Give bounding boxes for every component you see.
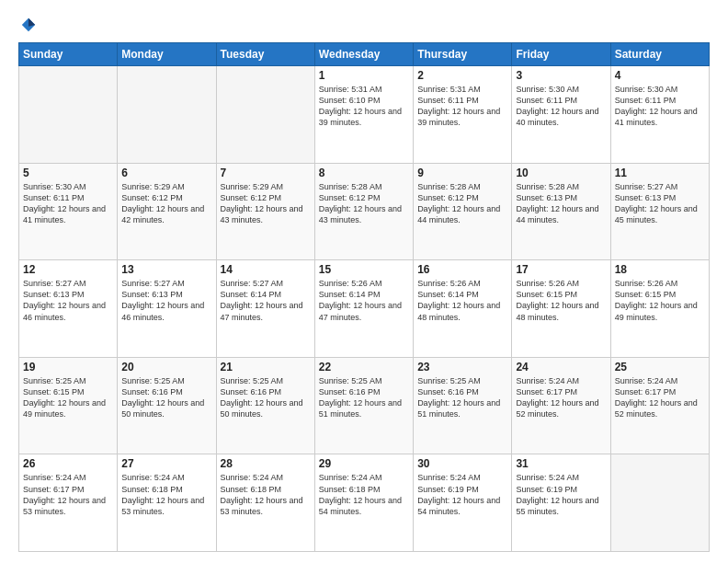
day-number: 17 [516, 263, 606, 276]
cell-info: Sunrise: 5:24 AM Sunset: 6:17 PM Dayligh… [615, 375, 705, 420]
week-row-0: 1Sunrise: 5:31 AM Sunset: 6:10 PM Daylig… [19, 66, 710, 164]
cell-info: Sunrise: 5:25 AM Sunset: 6:15 PM Dayligh… [23, 375, 113, 420]
cell-info: Sunrise: 5:27 AM Sunset: 6:13 PM Dayligh… [121, 278, 211, 323]
calendar-cell: 18Sunrise: 5:26 AM Sunset: 6:15 PM Dayli… [610, 260, 709, 358]
calendar-cell: 31Sunrise: 5:24 AM Sunset: 6:19 PM Dayli… [512, 454, 610, 552]
cell-info: Sunrise: 5:29 AM Sunset: 6:12 PM Dayligh… [221, 181, 311, 226]
calendar-cell: 19Sunrise: 5:25 AM Sunset: 6:15 PM Dayli… [19, 357, 118, 454]
day-number: 4 [615, 69, 705, 82]
calendar-cell: 22Sunrise: 5:25 AM Sunset: 6:16 PM Dayli… [314, 357, 413, 454]
week-row-1: 5Sunrise: 5:30 AM Sunset: 6:11 PM Daylig… [19, 163, 710, 260]
calendar-cell: 5Sunrise: 5:30 AM Sunset: 6:11 PM Daylig… [19, 163, 118, 260]
calendar-cell: 8Sunrise: 5:28 AM Sunset: 6:12 PM Daylig… [314, 163, 413, 260]
calendar-cell: 26Sunrise: 5:24 AM Sunset: 6:17 PM Dayli… [19, 454, 118, 552]
cell-info: Sunrise: 5:24 AM Sunset: 6:18 PM Dayligh… [121, 472, 211, 517]
day-number: 24 [516, 361, 606, 373]
calendar-cell: 6Sunrise: 5:29 AM Sunset: 6:12 PM Daylig… [118, 163, 216, 260]
days-header-row: SundayMondayTuesdayWednesdayThursdayFrid… [19, 43, 710, 66]
cell-info: Sunrise: 5:30 AM Sunset: 6:11 PM Dayligh… [516, 84, 606, 129]
day-number: 9 [417, 167, 507, 179]
cell-info: Sunrise: 5:24 AM Sunset: 6:19 PM Dayligh… [417, 472, 507, 517]
day-number: 14 [221, 263, 311, 276]
cell-info: Sunrise: 5:31 AM Sunset: 6:11 PM Dayligh… [417, 84, 507, 129]
calendar-cell: 24Sunrise: 5:24 AM Sunset: 6:17 PM Dayli… [512, 357, 610, 454]
day-number: 26 [23, 457, 113, 470]
day-number: 2 [417, 69, 507, 82]
cell-info: Sunrise: 5:29 AM Sunset: 6:12 PM Dayligh… [121, 181, 211, 226]
day-number: 21 [221, 361, 311, 373]
week-row-2: 12Sunrise: 5:27 AM Sunset: 6:13 PM Dayli… [19, 260, 710, 358]
cell-info: Sunrise: 5:24 AM Sunset: 6:17 PM Dayligh… [23, 472, 113, 517]
calendar-cell [118, 66, 216, 164]
day-number: 6 [121, 167, 211, 179]
day-header-wednesday: Wednesday [314, 43, 413, 66]
calendar-cell: 2Sunrise: 5:31 AM Sunset: 6:11 PM Daylig… [414, 66, 512, 164]
cell-info: Sunrise: 5:26 AM Sunset: 6:15 PM Dayligh… [615, 278, 705, 323]
calendar-cell: 23Sunrise: 5:25 AM Sunset: 6:16 PM Dayli… [414, 357, 512, 454]
day-number: 19 [23, 361, 113, 373]
cell-info: Sunrise: 5:25 AM Sunset: 6:16 PM Dayligh… [121, 375, 211, 420]
cell-info: Sunrise: 5:24 AM Sunset: 6:18 PM Dayligh… [319, 472, 409, 517]
day-number: 3 [516, 69, 606, 82]
day-header-thursday: Thursday [414, 43, 512, 66]
calendar-cell: 7Sunrise: 5:29 AM Sunset: 6:12 PM Daylig… [216, 163, 314, 260]
calendar-cell: 29Sunrise: 5:24 AM Sunset: 6:18 PM Dayli… [314, 454, 413, 552]
calendar-cell: 17Sunrise: 5:26 AM Sunset: 6:15 PM Dayli… [512, 260, 610, 358]
day-number: 28 [221, 457, 311, 470]
cell-info: Sunrise: 5:24 AM Sunset: 6:17 PM Dayligh… [516, 375, 606, 420]
calendar-cell: 4Sunrise: 5:30 AM Sunset: 6:11 PM Daylig… [610, 66, 709, 164]
day-number: 31 [516, 457, 606, 470]
week-row-3: 19Sunrise: 5:25 AM Sunset: 6:15 PM Dayli… [19, 357, 710, 454]
calendar-cell: 16Sunrise: 5:26 AM Sunset: 6:14 PM Dayli… [414, 260, 512, 358]
calendar-cell [610, 454, 709, 552]
calendar-cell: 1Sunrise: 5:31 AM Sunset: 6:10 PM Daylig… [314, 66, 413, 164]
calendar-cell: 30Sunrise: 5:24 AM Sunset: 6:19 PM Dayli… [414, 454, 512, 552]
day-number: 13 [121, 263, 211, 276]
calendar-cell [19, 66, 118, 164]
cell-info: Sunrise: 5:28 AM Sunset: 6:13 PM Dayligh… [516, 181, 606, 226]
day-number: 18 [615, 263, 705, 276]
calendar-cell: 15Sunrise: 5:26 AM Sunset: 6:14 PM Dayli… [314, 260, 413, 358]
header [18, 17, 710, 33]
calendar-cell: 12Sunrise: 5:27 AM Sunset: 6:13 PM Dayli… [19, 260, 118, 358]
day-number: 7 [221, 167, 311, 179]
calendar-table: SundayMondayTuesdayWednesdayThursdayFrid… [18, 42, 710, 552]
calendar-cell: 9Sunrise: 5:28 AM Sunset: 6:12 PM Daylig… [414, 163, 512, 260]
calendar-cell: 28Sunrise: 5:24 AM Sunset: 6:18 PM Dayli… [216, 454, 314, 552]
calendar-cell: 10Sunrise: 5:28 AM Sunset: 6:13 PM Dayli… [512, 163, 610, 260]
cell-info: Sunrise: 5:26 AM Sunset: 6:14 PM Dayligh… [417, 278, 507, 323]
calendar-cell: 3Sunrise: 5:30 AM Sunset: 6:11 PM Daylig… [512, 66, 610, 164]
calendar-cell: 14Sunrise: 5:27 AM Sunset: 6:14 PM Dayli… [216, 260, 314, 358]
day-number: 11 [615, 167, 705, 179]
day-number: 10 [516, 167, 606, 179]
day-number: 5 [23, 167, 113, 179]
day-number: 30 [417, 457, 507, 470]
cell-info: Sunrise: 5:28 AM Sunset: 6:12 PM Dayligh… [319, 181, 409, 226]
day-number: 22 [319, 361, 409, 373]
calendar-cell: 25Sunrise: 5:24 AM Sunset: 6:17 PM Dayli… [610, 357, 709, 454]
day-number: 12 [23, 263, 113, 276]
day-header-saturday: Saturday [610, 43, 709, 66]
cell-info: Sunrise: 5:25 AM Sunset: 6:16 PM Dayligh… [319, 375, 409, 420]
cell-info: Sunrise: 5:27 AM Sunset: 6:13 PM Dayligh… [615, 181, 705, 226]
day-number: 27 [121, 457, 211, 470]
calendar-cell: 20Sunrise: 5:25 AM Sunset: 6:16 PM Dayli… [118, 357, 216, 454]
logo-icon [20, 17, 37, 33]
cell-info: Sunrise: 5:31 AM Sunset: 6:10 PM Dayligh… [319, 84, 409, 129]
calendar-cell: 21Sunrise: 5:25 AM Sunset: 6:16 PM Dayli… [216, 357, 314, 454]
calendar-cell [216, 66, 314, 164]
calendar-cell: 13Sunrise: 5:27 AM Sunset: 6:13 PM Dayli… [118, 260, 216, 358]
cell-info: Sunrise: 5:27 AM Sunset: 6:13 PM Dayligh… [23, 278, 113, 323]
day-header-sunday: Sunday [19, 43, 118, 66]
cell-info: Sunrise: 5:25 AM Sunset: 6:16 PM Dayligh… [221, 375, 311, 420]
cell-info: Sunrise: 5:30 AM Sunset: 6:11 PM Dayligh… [615, 84, 705, 129]
cell-info: Sunrise: 5:26 AM Sunset: 6:14 PM Dayligh… [319, 278, 409, 323]
day-number: 15 [319, 263, 409, 276]
cell-info: Sunrise: 5:24 AM Sunset: 6:18 PM Dayligh… [221, 472, 311, 517]
cell-info: Sunrise: 5:25 AM Sunset: 6:16 PM Dayligh… [417, 375, 507, 420]
day-number: 25 [615, 361, 705, 373]
day-number: 16 [417, 263, 507, 276]
day-number: 29 [319, 457, 409, 470]
day-number: 20 [121, 361, 211, 373]
calendar-cell: 27Sunrise: 5:24 AM Sunset: 6:18 PM Dayli… [118, 454, 216, 552]
